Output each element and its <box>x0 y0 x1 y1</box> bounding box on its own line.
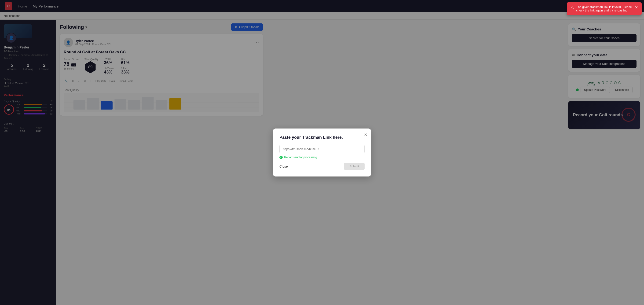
error-close-icon[interactable]: ✕ <box>635 5 638 10</box>
trackman-modal: Paste your Trackman Link here. ✕ ✓ Repor… <box>273 128 371 176</box>
modal-submit-button[interactable]: Submit <box>344 163 364 170</box>
modal-actions: Close Submit <box>280 163 364 170</box>
modal-title: Paste your Trackman Link here. <box>280 135 364 140</box>
error-banner: ⚠ The given trackman link is invalid. Pl… <box>567 2 642 15</box>
success-check-icon: ✓ <box>280 156 283 159</box>
modal-overlay[interactable]: Paste your Trackman Link here. ✕ ✓ Repor… <box>0 0 644 305</box>
trackman-link-input[interactable] <box>280 145 364 153</box>
error-message: The given trackman link is invalid. Plea… <box>576 5 632 12</box>
modal-success-message: ✓ Report sent for processing <box>280 156 364 159</box>
modal-close-icon[interactable]: ✕ <box>364 132 368 138</box>
modal-close-button[interactable]: Close <box>280 164 288 168</box>
warning-icon: ⚠ <box>570 6 574 10</box>
